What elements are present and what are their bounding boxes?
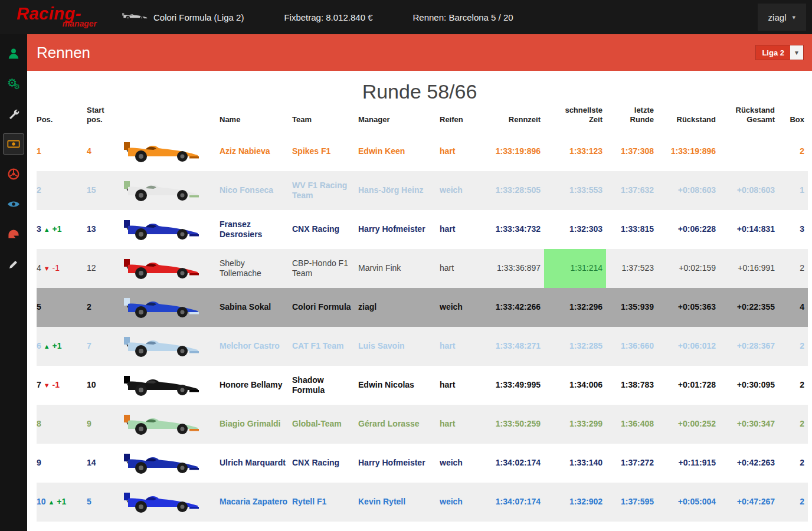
position-up-arrow: ▲ — [48, 499, 54, 506]
driver-name-cell[interactable]: Aziz Nabieva — [220, 132, 292, 171]
driver-name-cell[interactable]: Biagio Grimaldi — [220, 405, 292, 444]
gap-cell: +0:05:363 — [657, 288, 719, 327]
team-cell[interactable]: Global-Team — [292, 405, 358, 444]
manager-cell[interactable]: Edwin Nicolas — [358, 366, 440, 405]
sidebar-item-person[interactable] — [4, 44, 24, 64]
car-image — [122, 178, 200, 204]
manager-cell[interactable]: Gérard Lorasse — [358, 405, 440, 444]
sidebar-nav: ⚙⚙ — [0, 34, 27, 531]
sidebar-item-gears[interactable]: ⚙⚙ — [4, 74, 24, 94]
car-image — [122, 294, 200, 320]
page-title: Rennen — [37, 44, 90, 62]
start-position-cell: 4 — [87, 132, 122, 171]
race-row-2: 2 15 Nico Fonseca WV F1 Racing Team Hans… — [37, 171, 808, 210]
team-cell[interactable]: Colori Formula — [292, 288, 358, 327]
sidebar-item-eye[interactable] — [4, 194, 24, 214]
race-time-cell: 1:33:28:505 — [476, 171, 544, 210]
car-image — [122, 12, 148, 21]
manager-cell[interactable]: Edwin Keen — [358, 132, 440, 171]
app-logo[interactable]: Racing- manager — [0, 6, 100, 28]
fastest-time-cell: 1:33:299 — [544, 405, 606, 444]
eye-icon — [7, 198, 20, 211]
column-header-5: Manager — [358, 106, 440, 132]
tyre-cell: hart — [440, 405, 476, 444]
page-header-band: Rennen Liga 2 ▼ — [27, 34, 812, 71]
race-row-8: 8 9 Biagio Grimaldi Global-Team Gérard L… — [37, 405, 808, 444]
total-gap-cell: +0:47:267 — [719, 483, 778, 522]
tyre-cell: hart — [440, 327, 476, 366]
driver-name-cell[interactable]: Shelby Tollemache — [220, 249, 292, 288]
driver-name-cell[interactable]: Ulrich Marquardt — [220, 444, 292, 483]
car-image — [122, 411, 200, 437]
team-cell[interactable]: Spikes F1 — [292, 132, 358, 171]
team-cell[interactable]: WV F1 Racing Team — [292, 171, 358, 210]
driver-name-cell[interactable]: Nico Fonseca — [220, 171, 292, 210]
gap-cell: +0:00:252 — [657, 405, 719, 444]
liga-select-caret-box[interactable]: ▼ — [790, 45, 803, 60]
box-cell: 2 — [778, 327, 808, 366]
gap-cell: +0:06:228 — [657, 210, 719, 249]
sidebar-item-edit[interactable] — [4, 254, 24, 274]
total-gap-cell: +0:30:347 — [719, 405, 778, 444]
manager-cell[interactable]: Marvin Fink — [358, 249, 440, 288]
position-cell: 10 ▲ +1 — [37, 483, 87, 522]
user-menu-button[interactable]: ziagl ▾ — [758, 4, 806, 31]
team-cell[interactable]: Rytell F1 — [292, 483, 358, 522]
race-row-6: 6 ▲ +1 7 Melchor Castro CAT F1 Team Luis… — [37, 327, 808, 366]
last-lap-cell: 1:33:815 — [606, 210, 657, 249]
position-cell: 8 — [37, 405, 87, 444]
position-delta: -1 — [52, 263, 59, 273]
edit-icon — [8, 258, 19, 270]
fastest-time-cell: 1:32:902 — [544, 483, 606, 522]
fastest-time-cell: 1:32:303 — [544, 210, 606, 249]
wrench-icon — [8, 108, 19, 120]
car-icon — [122, 12, 148, 22]
race-time-cell: 1:33:36:897 — [476, 249, 544, 288]
team-cell[interactable]: CAT F1 Team — [292, 327, 358, 366]
manager-cell[interactable]: Luis Savoin — [358, 327, 440, 366]
sidebar-item-steering-wheel[interactable] — [4, 164, 24, 184]
topbar-team: Colori Formula (Liga 2) — [122, 12, 244, 22]
position-cell: 1 — [37, 132, 87, 171]
topbar: Racing- manager Colori Formula (Liga 2) … — [0, 0, 812, 34]
race-row-9: 9 14 Ulrich Marquardt CNX Racing Harry H… — [37, 444, 808, 483]
car-cell — [122, 327, 220, 366]
manager-cell[interactable]: Harry Hofmeister — [358, 210, 440, 249]
sidebar-item-helmet[interactable] — [4, 224, 24, 244]
driver-name-cell[interactable]: Fransez Desrosiers — [220, 210, 292, 249]
sidebar-item-wrench[interactable] — [4, 104, 24, 124]
driver-name-cell[interactable]: Honore Bellamy — [220, 366, 292, 405]
column-header-1: Start pos. — [87, 106, 122, 132]
total-gap-cell — [719, 132, 778, 171]
tyre-cell: hart — [440, 210, 476, 249]
team-cell[interactable]: CBP-Hondo F1 Team — [292, 249, 358, 288]
manager-cell[interactable]: Harry Hofmeister — [358, 444, 440, 483]
total-gap-cell: +0:42:263 — [719, 444, 778, 483]
team-cell[interactable]: CNX Racing — [292, 444, 358, 483]
manager-cell[interactable]: Kevin Rytell — [358, 483, 440, 522]
team-cell[interactable]: CNX Racing — [292, 210, 358, 249]
liga-select-button[interactable]: Liga 2 ▼ — [755, 45, 804, 60]
race-time-cell: 1:33:49:995 — [476, 366, 544, 405]
driver-name-cell[interactable]: Sabina Sokal — [220, 288, 292, 327]
team-cell[interactable]: Shadow Formula — [292, 366, 358, 405]
sidebar-item-money[interactable] — [4, 134, 24, 154]
driver-name-cell[interactable]: Melchor Castro — [220, 327, 292, 366]
column-header-11: Rückstand Gesamt — [719, 106, 778, 132]
tyre-cell: weich — [440, 444, 476, 483]
last-lap-cell: 1:37:632 — [606, 171, 657, 210]
box-cell: 3 — [778, 210, 808, 249]
tyre-cell: hart — [440, 249, 476, 288]
total-gap-cell: +0:08:603 — [719, 171, 778, 210]
fastest-time-cell: 1:32:285 — [544, 327, 606, 366]
race-row-4: 4 ▼ -1 12 Shelby Tollemache CBP-Hondo F1… — [37, 249, 808, 288]
manager-cell[interactable]: Hans-Jörg Heinz — [358, 171, 440, 210]
position-down-arrow: ▼ — [44, 382, 50, 389]
box-cell: 2 — [778, 249, 808, 288]
race-row-10: 10 ▲ +1 5 Macaria Zapatero Rytell F1 Kev… — [37, 483, 808, 522]
manager-cell[interactable]: ziagl — [358, 288, 440, 327]
race-time-cell: 1:33:50:259 — [476, 405, 544, 444]
driver-name-cell[interactable]: Macaria Zapatero — [220, 483, 292, 522]
tyre-cell: hart — [440, 366, 476, 405]
car-image — [122, 489, 200, 515]
